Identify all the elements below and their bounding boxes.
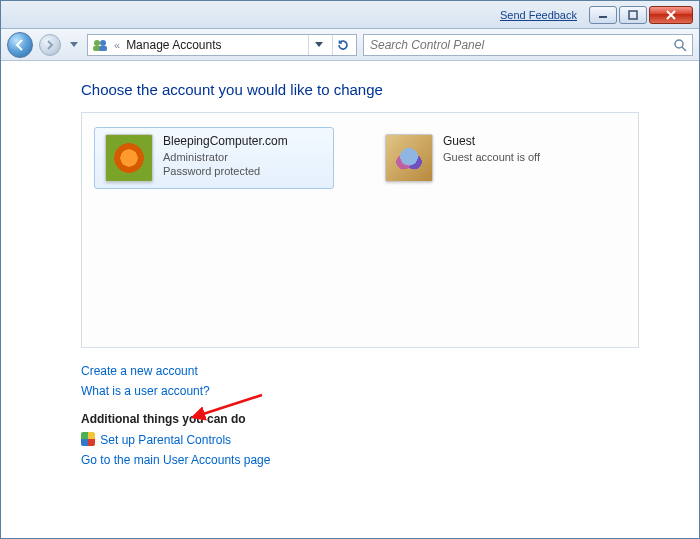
window-controls — [589, 6, 693, 24]
search-input[interactable] — [368, 37, 672, 53]
svg-rect-1 — [629, 11, 637, 19]
avatar — [385, 134, 433, 182]
svg-point-3 — [100, 40, 106, 46]
minimize-button[interactable] — [589, 6, 617, 24]
account-name: Guest — [443, 134, 540, 150]
account-role: Administrator — [163, 150, 288, 164]
account-text: BleepingComputer.com Administrator Passw… — [163, 134, 288, 178]
account-links: Create a new account What is a user acco… — [81, 364, 639, 398]
breadcrumb-text: Manage Accounts — [126, 38, 304, 52]
close-button[interactable] — [649, 6, 693, 24]
account-status: Password protected — [163, 164, 288, 178]
search-box[interactable] — [363, 34, 693, 56]
recent-pages-dropdown[interactable] — [67, 33, 81, 57]
user-accounts-icon — [92, 37, 108, 53]
forward-button[interactable] — [39, 34, 61, 56]
avatar — [105, 134, 153, 182]
create-account-link[interactable]: Create a new account — [81, 364, 198, 378]
maximize-button[interactable] — [619, 6, 647, 24]
svg-rect-5 — [99, 46, 107, 51]
svg-point-2 — [94, 40, 100, 46]
refresh-button[interactable] — [332, 35, 352, 55]
search-icon[interactable] — [672, 37, 688, 53]
navigation-bar: « Manage Accounts — [1, 29, 699, 61]
shield-icon — [81, 432, 95, 446]
main-user-accounts-link[interactable]: Go to the main User Accounts page — [81, 453, 270, 467]
back-button[interactable] — [7, 32, 33, 58]
parental-controls-link[interactable]: Set up Parental Controls — [100, 433, 231, 447]
account-text: Guest Guest account is off — [443, 134, 540, 164]
address-bar[interactable]: « Manage Accounts — [87, 34, 357, 56]
title-bar: Send Feedback — [1, 1, 699, 29]
accounts-panel: BleepingComputer.com Administrator Passw… — [81, 112, 639, 348]
content-area: Choose the account you would like to cha… — [1, 61, 699, 477]
additional-header: Additional things you can do — [81, 412, 639, 426]
page-title: Choose the account you would like to cha… — [81, 81, 639, 98]
account-name: BleepingComputer.com — [163, 134, 288, 150]
address-dropdown[interactable] — [308, 35, 328, 55]
breadcrumb-chevron-icon: « — [112, 39, 122, 51]
what-is-account-link[interactable]: What is a user account? — [81, 384, 210, 398]
svg-point-6 — [675, 40, 683, 48]
account-status: Guest account is off — [443, 150, 540, 164]
account-item[interactable]: Guest Guest account is off — [374, 127, 614, 189]
svg-line-7 — [682, 47, 686, 51]
send-feedback-link[interactable]: Send Feedback — [500, 9, 577, 21]
account-item[interactable]: BleepingComputer.com Administrator Passw… — [94, 127, 334, 189]
